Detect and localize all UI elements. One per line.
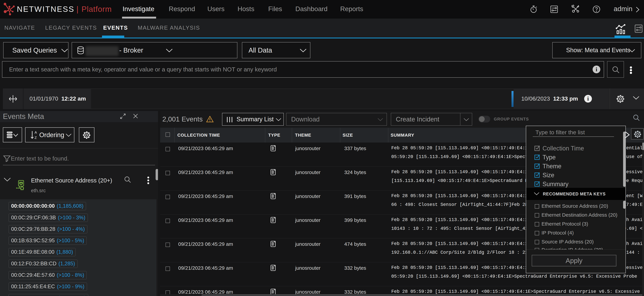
svg-text:Z: Z xyxy=(34,136,37,139)
svg-text:A: A xyxy=(34,130,37,134)
